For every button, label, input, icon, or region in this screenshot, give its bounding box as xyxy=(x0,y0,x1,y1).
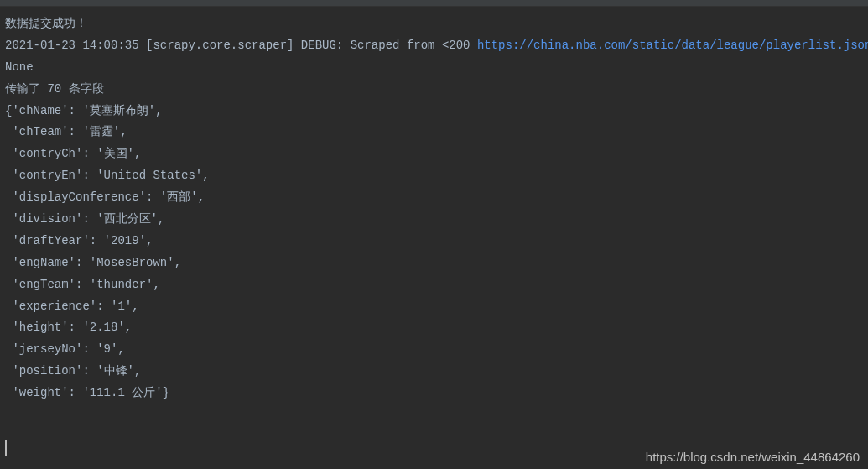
editor-top-bar xyxy=(0,0,868,7)
output-line-field: 'jerseyNo': '9', xyxy=(5,339,863,361)
console-output: 数据提交成功！ 2021-01-23 14:00:35 [scrapy.core… xyxy=(0,7,868,411)
output-line-field: 'contryEn': 'United States', xyxy=(5,165,863,187)
output-line-field: 'division': '西北分区', xyxy=(5,209,863,231)
output-line-field: 'weight': '111.1 公斤'} xyxy=(5,383,863,404)
output-line-field: 'chTeam': '雷霆', xyxy=(5,122,863,143)
output-line-transmit: 传输了 70 条字段 xyxy=(5,79,863,101)
output-line-field: 'position': '中锋', xyxy=(5,361,863,383)
output-line-field: 'engName': 'MosesBrown', xyxy=(5,253,863,274)
output-line-none: None xyxy=(5,57,863,79)
output-line-field: 'engTeam': 'thunder', xyxy=(5,274,863,296)
text-cursor xyxy=(5,440,7,456)
output-line-debug: 2021-01-23 14:00:35 [scrapy.core.scraper… xyxy=(5,35,863,57)
output-line-field: 'draftYear': '2019', xyxy=(5,231,863,253)
scraped-url-link[interactable]: https://china.nba.com/static/data/league… xyxy=(477,39,868,52)
output-line-field: 'displayConference': '西部', xyxy=(5,187,863,209)
output-line-field: 'height': '2.18', xyxy=(5,317,863,339)
log-prefix: 2021-01-23 14:00:35 [scrapy.core.scraper… xyxy=(5,39,477,52)
output-line-field: 'contryCh': '美国', xyxy=(5,143,863,165)
output-line-field: 'experience': '1', xyxy=(5,296,863,318)
watermark-text: https://blog.csdn.net/weixin_44864260 xyxy=(646,450,860,464)
output-line-success: 数据提交成功！ xyxy=(5,13,863,35)
output-line-dict-open: {'chName': '莫塞斯布朗', xyxy=(5,101,863,122)
